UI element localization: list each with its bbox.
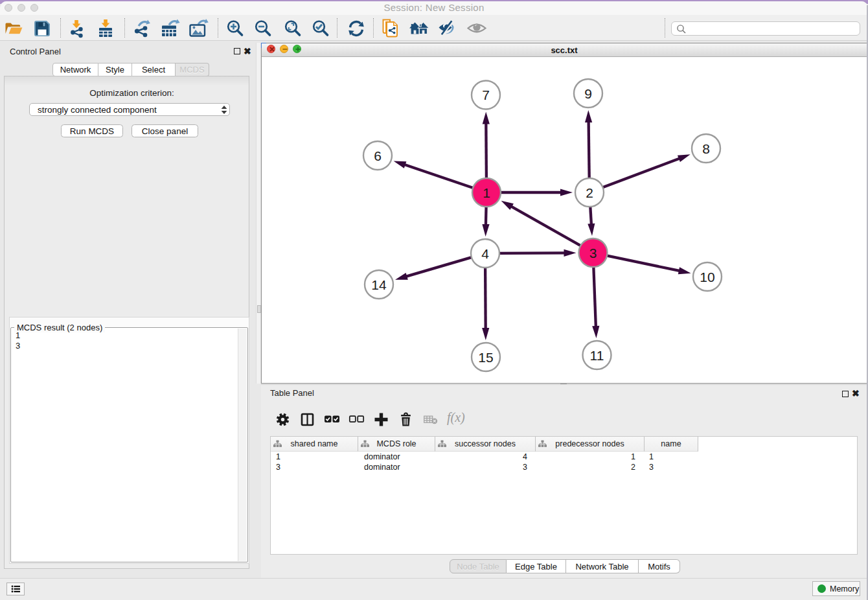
svg-text:6: 6: [374, 148, 382, 163]
svg-text:1: 1: [483, 185, 490, 200]
svg-text:15: 15: [478, 350, 493, 365]
svg-text:2: 2: [586, 185, 593, 200]
svg-text:7: 7: [482, 87, 490, 102]
svg-text:4: 4: [481, 246, 489, 261]
svg-text:10: 10: [700, 270, 714, 284]
svg-text:11: 11: [590, 348, 604, 363]
svg-text:14: 14: [371, 277, 387, 292]
svg-text:9: 9: [584, 86, 592, 101]
svg-text:3: 3: [589, 246, 597, 260]
svg-text:8: 8: [702, 141, 710, 156]
